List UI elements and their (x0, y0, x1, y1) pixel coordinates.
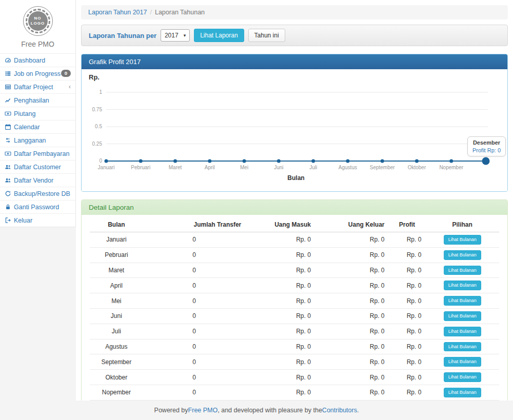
svg-text:Bulan: Bulan (287, 174, 304, 182)
cell-pilihan: Lihat Bulanan (425, 308, 499, 324)
sidebar-item[interactable]: Ganti Password (0, 200, 75, 213)
report-table: BulanJumlah TransferUang MasukUang Kelua… (90, 217, 499, 401)
column-header: Pilihan (425, 217, 499, 232)
breadcrumb-current: Laporan Tahunan (155, 9, 205, 16)
no-logo-badge: NO LOGO (23, 6, 53, 36)
chart-panel-title: Grafik Profit 2017 (82, 54, 507, 69)
lihat-bulanan-button[interactable]: Lihat Bulanan (444, 281, 481, 290)
free-pmo-link[interactable]: Free PMO (188, 407, 218, 414)
cell-uang-masuk: Rp. 0 (245, 370, 315, 385)
cell-profit: Rp. 0 (389, 400, 426, 401)
sidebar-box: NO LOGO Free PMO Dashboard Job on Progre… (0, 0, 76, 227)
cell-bulan: Agustus (90, 339, 143, 354)
cell-uang-keluar: Rp. 0 (315, 308, 389, 324)
cell-pilihan: Lihat Bulanan (425, 339, 499, 354)
cell-uang-keluar: Rp. 0 (315, 354, 389, 370)
sidebar-item-label: Daftar Customer (14, 164, 61, 171)
lihat-bulanan-button[interactable]: Lihat Bulanan (444, 327, 481, 336)
sidebar-item[interactable]: Daftar Project‹ (0, 80, 75, 93)
lihat-bulanan-button[interactable]: Lihat Bulanan (444, 266, 481, 275)
cell-pilihan: Lihat Bulanan (425, 247, 499, 263)
footer-text-middle: , and developed with pleasure by the (218, 407, 322, 414)
lihat-bulanan-button[interactable]: Lihat Bulanan (444, 250, 481, 260)
cell-uang-keluar: Rp. 0 (315, 324, 389, 339)
cell-jumlah-transfer: 0 (143, 370, 246, 385)
lihat-bulanan-button[interactable]: Lihat Bulanan (444, 388, 481, 397)
cell-pilihan: Lihat Bulanan (425, 324, 499, 339)
table-row: Mei0Rp. 0Rp. 0Rp. 0Lihat Bulanan (90, 293, 499, 309)
table-row: Pebruari0Rp. 0Rp. 0Rp. 0Lihat Bulanan (90, 247, 499, 263)
app: NO LOGO Free PMO Dashboard Job on Progre… (0, 0, 513, 401)
svg-text:Pebruari: Pebruari (131, 165, 150, 170)
lihat-bulanan-button[interactable]: Lihat Bulanan (444, 296, 481, 306)
cell-uang-masuk: Rp. 0 (245, 339, 315, 354)
cell-bulan: Oktober (90, 370, 143, 385)
lihat-bulanan-button[interactable]: Lihat Bulanan (444, 342, 481, 352)
sidebar-item[interactable]: Daftar Vendor (0, 173, 75, 187)
cell-uang-keluar: Rp. 0 (315, 263, 389, 278)
sidebar-item[interactable]: Keluar (0, 213, 75, 227)
cell-uang-masuk: Rp. 0 (245, 324, 315, 339)
cell-bulan: Nopember (90, 385, 143, 400)
tahun-ini-button[interactable]: Tahun ini (248, 29, 285, 42)
cell-uang-keluar: Rp. 0 (315, 370, 389, 385)
column-header: Profit (389, 217, 426, 232)
brand-name: Free PMO (0, 40, 75, 48)
svg-text:Januari: Januari (98, 165, 115, 170)
cell-profit: Rp. 0 (389, 339, 426, 354)
cell-uang-masuk: Rp. 0 (245, 308, 315, 324)
sidebar-item-label: Langganan (14, 137, 46, 144)
svg-text:Juni: Juni (274, 165, 283, 170)
cell-pilihan: Lihat Bulanan (425, 370, 499, 385)
sidebar-item[interactable]: Dashboard (0, 53, 75, 67)
cell-pilihan: Lihat Bulanan (425, 232, 499, 248)
lihat-bulanan-button[interactable]: Lihat Bulanan (444, 372, 481, 382)
cell-profit: Rp. 0 (389, 247, 426, 263)
cell-uang-masuk: Rp. 0 (245, 354, 315, 370)
sidebar-item[interactable]: Job on Progress0 (0, 67, 75, 80)
cell-profit: Rp. 0 (389, 370, 426, 385)
contributors-link[interactable]: Contributors (322, 407, 357, 414)
sidebar-item[interactable]: Calendar (0, 120, 75, 133)
sidebar-item[interactable]: Backup/Restore DB (0, 187, 75, 200)
svg-text:April: April (205, 165, 215, 170)
sidebar-item-label: Daftar Pembayaran (14, 150, 69, 157)
breadcrumb: Laporan Tahun 2017/Laporan Tahunan (81, 5, 508, 19)
table-row: Desember0Rp. 0Rp. 0Rp. 0Lihat Bulanan (90, 400, 499, 401)
sidebar-item-label: Backup/Restore DB (14, 190, 70, 197)
lihat-bulanan-button[interactable]: Lihat Bulanan (444, 235, 481, 245)
table-header-row: BulanJumlah TransferUang MasukUang Kelua… (90, 217, 499, 232)
table-row: September0Rp. 0Rp. 0Rp. 0Lihat Bulanan (90, 354, 499, 370)
year-select[interactable]: 2017▾ (161, 29, 190, 42)
footer-text: Powered by (154, 407, 188, 414)
cell-jumlah-transfer: 0 (143, 232, 246, 248)
cell-jumlah-transfer: 0 (143, 354, 246, 370)
lihat-bulanan-button[interactable]: Lihat Bulanan (444, 311, 481, 321)
table-row: Nopember0Rp. 0Rp. 0Rp. 0Lihat Bulanan (90, 385, 499, 400)
count-badge: 0 (61, 70, 71, 77)
logo-text-line2: LOGO (31, 21, 45, 26)
money-icon (5, 150, 11, 157)
breadcrumb-link[interactable]: Laporan Tahun 2017 (88, 9, 147, 16)
sidebar-item[interactable]: Langganan (0, 133, 75, 147)
sidebar-item[interactable]: Daftar Customer (0, 160, 75, 173)
sidebar-item-label: Job on Progress (14, 70, 61, 77)
users-icon (5, 177, 11, 184)
chart-icon (5, 97, 11, 104)
table-row: Agustus0Rp. 0Rp. 0Rp. 0Lihat Bulanan (90, 339, 499, 354)
cell-pilihan: Lihat Bulanan (425, 293, 499, 309)
cell-uang-keluar: Rp. 0 (315, 278, 389, 293)
table-row: Maret0Rp. 0Rp. 0Rp. 0Lihat Bulanan (90, 263, 499, 278)
sidebar-item[interactable]: Daftar Pembayaran (0, 147, 75, 160)
sidebar-item-label: Ganti Password (14, 204, 59, 211)
lihat-bulanan-button[interactable]: Lihat Bulanan (444, 357, 481, 367)
profit-chart: Rp.00.250.50.751JanuariPebruariMaretApri… (82, 69, 507, 191)
cell-jumlah-transfer: 0 (143, 339, 246, 354)
sidebar-item-label: Calendar (14, 124, 40, 131)
lihat-laporan-button[interactable]: Lihat Laporan (194, 29, 244, 42)
sidebar-item[interactable]: Penghasilan (0, 93, 75, 107)
tooltip-title: Desember (472, 139, 501, 146)
detail-table-wrap: BulanJumlah TransferUang MasukUang Kelua… (82, 215, 507, 401)
svg-text:Oktober: Oktober (408, 165, 426, 170)
sidebar-item[interactable]: Piutang (0, 107, 75, 120)
